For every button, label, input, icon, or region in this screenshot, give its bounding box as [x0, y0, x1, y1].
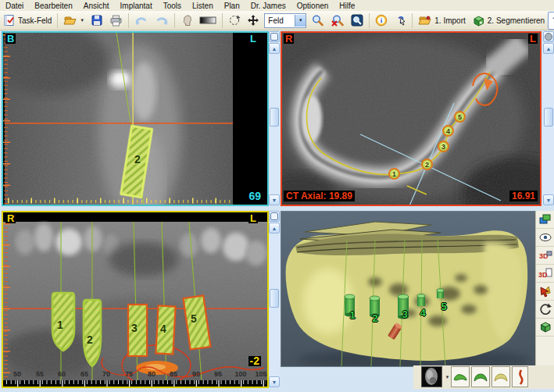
pan-button[interactable]	[244, 12, 263, 30]
cross-scroll-mode-button[interactable]	[269, 31, 280, 42]
feld-select-caret[interactable]: ▼	[295, 15, 306, 27]
zoom-off-icon	[331, 14, 345, 27]
rotate-3d-button[interactable]	[536, 301, 554, 319]
volume-implant-number-5: 5	[438, 301, 450, 312]
axial-implant-marker-4[interactable]: 4	[442, 125, 454, 137]
axial-implant-marker-2[interactable]: 2	[421, 159, 433, 170]
ruler-label: 70	[99, 370, 113, 378]
axial-implant-marker-3[interactable]: 3	[438, 141, 449, 152]
redo-icon	[155, 14, 169, 27]
panoramic-image[interactable]	[3, 212, 267, 387]
ruler-label: 75	[122, 370, 136, 378]
volume-3d-viewport[interactable]	[281, 211, 536, 367]
separator	[174, 13, 175, 28]
step-import-button[interactable]: 1. Import	[415, 12, 468, 30]
export-3d-button[interactable]: 3D	[536, 265, 554, 283]
svg-text:3D: 3D	[538, 271, 548, 279]
context-help-button[interactable]: ?	[391, 12, 409, 30]
save-button[interactable]	[88, 12, 106, 30]
separator	[128, 13, 129, 28]
pano-implant-number-2[interactable]: 2	[84, 333, 96, 346]
pano-scroll-thumb[interactable]	[270, 289, 279, 308]
cross-section-image[interactable]	[3, 33, 267, 205]
pano-implant-number-4[interactable]: 4	[157, 323, 170, 335]
axial-depth-value: 16.91	[509, 191, 538, 201]
axial-scroll-up-button[interactable]: ▲	[543, 43, 554, 54]
info-button[interactable]: i	[372, 12, 391, 30]
undo-button[interactable]	[131, 12, 152, 30]
pano-implant-number-3[interactable]: 3	[128, 322, 141, 334]
volume-implant-number-3: 3	[399, 308, 411, 320]
redo-button[interactable]	[152, 12, 172, 30]
zoom-button[interactable]	[308, 12, 327, 30]
segment-thumb-3-button[interactable]	[491, 366, 510, 387]
implant-2-number: 2	[131, 153, 144, 166]
axial-viewport[interactable]: R L CT Axial: 19.89 16.91	[281, 31, 541, 206]
open-dropdown-caret[interactable]: ▼	[80, 18, 84, 23]
feld-select[interactable]: Feld ▼	[264, 13, 306, 28]
pano-scroll-mode-button[interactable]	[269, 211, 280, 222]
axial-implant-marker-5[interactable]: 5	[454, 111, 466, 123]
zoom-off-button[interactable]	[327, 12, 348, 30]
menu-implantat[interactable]: Implantat	[115, 2, 158, 10]
axial-scroll-mode-button[interactable]	[543, 31, 554, 42]
thumbnail-cluster: ▼	[413, 365, 554, 389]
segment-thumb-2-button[interactable]	[471, 366, 490, 387]
scout-dropdown-caret[interactable]: ▼	[444, 366, 451, 387]
help-cursor-icon: ?	[394, 14, 406, 27]
open-button[interactable]: ▼	[60, 12, 88, 30]
print-button[interactable]	[106, 12, 126, 30]
pano-implant-number-1[interactable]: 1	[54, 319, 66, 331]
axial-scrollbar[interactable]: ▲ ▼	[543, 31, 554, 206]
step-plan-button[interactable]: 3. Plan	[548, 12, 554, 30]
zoom-fit-button[interactable]	[348, 12, 366, 30]
menu-listen[interactable]: Listen	[187, 2, 219, 10]
step-segmentieren-button[interactable]: 2. Segmentieren	[469, 12, 548, 30]
panoramic-viewport[interactable]: R L -2	[2, 211, 269, 388]
rotate-view-button[interactable]	[225, 12, 244, 30]
step-segmentieren-label: 2. Segmentieren	[488, 16, 545, 25]
ruler-label: 80	[145, 370, 159, 378]
menu-bearbeiten[interactable]: Bearbeiten	[29, 2, 77, 10]
snapshot-3d-button[interactable]: 3D	[536, 247, 554, 265]
layers-icon	[538, 212, 552, 226]
view-layout-button[interactable]	[536, 211, 554, 229]
cross-scroll-up-button[interactable]: ▲	[269, 43, 280, 54]
profile-icon	[180, 14, 193, 27]
cross-section-viewport[interactable]: B L 69 2	[2, 31, 269, 206]
menu-hilfe[interactable]: Hilfe	[334, 2, 360, 10]
axial-image[interactable]	[282, 33, 540, 205]
window-level-button[interactable]	[196, 12, 220, 30]
patient-profile-button[interactable]	[177, 12, 196, 30]
nerve-thumb-button[interactable]	[512, 366, 528, 387]
ruler-label: 55	[33, 370, 47, 378]
pano-implant-number-5[interactable]: 5	[188, 312, 200, 325]
visibility-button[interactable]	[536, 229, 554, 247]
menu-tools[interactable]: Tools	[158, 2, 187, 10]
pano-scroll-down-button[interactable]: ▼	[269, 376, 280, 387]
cross-scrollbar[interactable]: ▲ ▼	[269, 31, 280, 206]
menu-ansicht[interactable]: Ansicht	[78, 2, 115, 10]
axial-implant-marker-1[interactable]: 1	[388, 168, 400, 180]
pano-scrollbar[interactable]: ▲ ▼	[269, 211, 280, 388]
menu-plan[interactable]: Plan	[219, 2, 245, 10]
volume-thumbnail-row: ▼	[281, 365, 554, 389]
volume-3d-image[interactable]	[281, 212, 535, 366]
axial-scroll-thumb[interactable]	[544, 108, 553, 127]
menu-dr-james[interactable]: Dr. James	[245, 2, 291, 10]
bounding-box-button[interactable]	[536, 319, 554, 337]
pano-scroll-up-button[interactable]: ▲	[269, 223, 280, 233]
segment-thumb-1-button[interactable]	[451, 366, 470, 387]
menu-optionen[interactable]: Optionen	[291, 2, 334, 10]
menu-datei[interactable]: Datei	[0, 2, 29, 10]
axial-scroll-down-button[interactable]: ▼	[543, 194, 554, 205]
cross-scroll-down-button[interactable]: ▼	[269, 194, 280, 205]
task-feld-button[interactable]: Task-Feld	[0, 12, 55, 30]
cross-scroll-thumb[interactable]	[270, 108, 279, 127]
plan-implant-icon	[551, 14, 554, 27]
scout-head-button[interactable]	[421, 366, 442, 387]
orientation-label-b: B	[5, 34, 16, 44]
mandible-green-icon	[473, 370, 488, 384]
task-feld-icon	[3, 14, 16, 27]
marker-tool-button[interactable]	[536, 283, 554, 301]
